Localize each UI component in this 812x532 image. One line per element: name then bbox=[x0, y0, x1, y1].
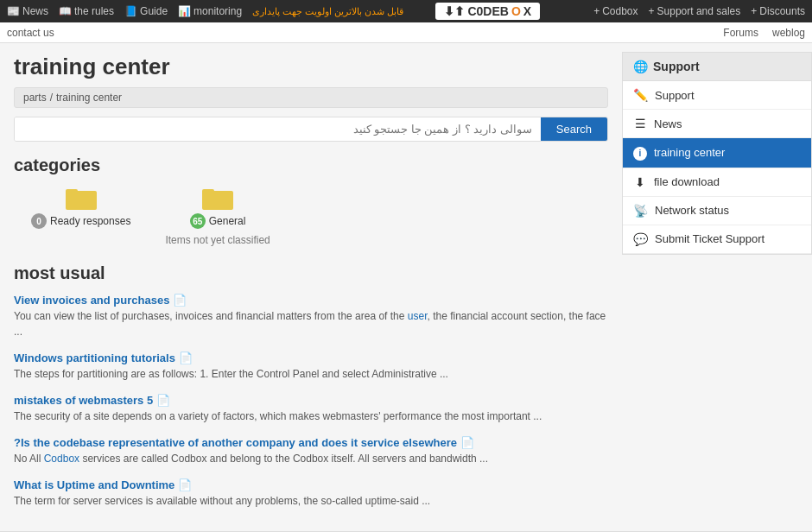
not-classified-text: Items not yet classified bbox=[165, 234, 270, 246]
nav-discounts[interactable]: + Discounts bbox=[751, 5, 805, 17]
search-input[interactable] bbox=[15, 117, 541, 141]
sidebar-item-submit-ticket[interactable]: 💬 Submit Ticket Support bbox=[623, 225, 811, 254]
search-button[interactable]: Search bbox=[541, 117, 607, 141]
nav-rules[interactable]: 📖 the rules bbox=[59, 5, 114, 17]
most-usual-title: most usual bbox=[14, 263, 608, 283]
sidebar-item-label-training: training center bbox=[654, 146, 725, 159]
rtl-promo-text: قابل شدن بالاترین اولویت جهت پایداری bbox=[252, 6, 403, 17]
sidebar-item-training-center[interactable]: i training center bbox=[623, 138, 811, 168]
right-nav-links: + Codbox + Support and sales + Discounts bbox=[593, 5, 805, 17]
sidebar-item-label-download: file download bbox=[654, 175, 720, 188]
categories-title: categories bbox=[14, 155, 608, 175]
main-content: training center parts / training center … bbox=[0, 43, 622, 531]
second-navigation: contact us Forums weblog bbox=[0, 22, 812, 43]
sidebar-item-file-download[interactable]: ⬇ file download bbox=[623, 168, 811, 197]
article-excerpt-3: No All Codbox services are called Codbox… bbox=[14, 451, 608, 466]
svg-rect-3 bbox=[202, 189, 214, 194]
article-item: Windows partitioning tutorials 📄 The ste… bbox=[14, 352, 608, 382]
category-ready-responses[interactable]: 0 Ready responses bbox=[31, 186, 130, 246]
nav-news[interactable]: 📰 News bbox=[7, 5, 48, 17]
breadcrumb-parts: parts bbox=[23, 92, 47, 104]
article-excerpt-1: The steps for partitioning are as follow… bbox=[14, 366, 608, 382]
sidebar-item-label-network: Network status bbox=[655, 204, 729, 217]
nav-support-sales[interactable]: + Support and sales bbox=[649, 5, 741, 17]
articles-list: View invoices and purchases 📄 You can vi… bbox=[14, 294, 608, 509]
article-title-3[interactable]: ?Is the codebase representative of anoth… bbox=[14, 436, 608, 449]
article-item: mistakes of webmasters 5 📄 The security … bbox=[14, 394, 608, 424]
article-title-0[interactable]: View invoices and purchases 📄 bbox=[14, 294, 608, 307]
nav-codbox[interactable]: + Codbox bbox=[593, 5, 638, 17]
category-general[interactable]: 65 General Items not yet classified bbox=[165, 186, 270, 246]
download-icon: ⬇ bbox=[633, 175, 647, 189]
folder-icon-general bbox=[202, 186, 233, 210]
article-excerpt-2: The security of a site depends on a vari… bbox=[14, 408, 608, 424]
globe-icon: 🌐 bbox=[633, 60, 648, 73]
categories-grid: 0 Ready responses 65 General Items not y… bbox=[14, 186, 608, 246]
list-icon: ☰ bbox=[633, 117, 647, 130]
weblog-link[interactable]: weblog bbox=[772, 27, 805, 39]
forums-link[interactable]: Forums bbox=[723, 27, 758, 39]
sidebar-item-label-news: News bbox=[654, 117, 682, 130]
article-title-4[interactable]: What is Uptime and Downtime 📄 bbox=[14, 478, 608, 491]
sidebar-item-news[interactable]: ☰ News bbox=[623, 110, 811, 138]
sidebar-item-network-status[interactable]: 📡 Network status bbox=[623, 197, 811, 225]
page-layout: training center parts / training center … bbox=[0, 43, 812, 531]
sidebar-header: 🌐 Support bbox=[623, 53, 811, 81]
sidebar-item-support[interactable]: ✏️ Support bbox=[623, 81, 811, 110]
category-badge-general: 65 General bbox=[190, 213, 246, 229]
article-excerpt-4: The term for server services is availabl… bbox=[14, 493, 608, 509]
article-title-2[interactable]: mistakes of webmasters 5 📄 bbox=[14, 394, 608, 407]
article-item: What is Uptime and Downtime 📄 The term f… bbox=[14, 478, 608, 509]
search-bar: Search bbox=[14, 117, 608, 142]
svg-rect-1 bbox=[66, 189, 78, 194]
sidebar-header-label: Support bbox=[653, 60, 700, 73]
sidebar: 🌐 Support ✏️ Support ☰ News i training c… bbox=[622, 43, 812, 531]
info-icon: i bbox=[633, 145, 647, 161]
category-badge-ready: 0 Ready responses bbox=[31, 213, 130, 229]
nav-monitoring[interactable]: 📊 monitoring bbox=[178, 5, 242, 17]
sidebar-section: 🌐 Support ✏️ Support ☰ News i training c… bbox=[622, 52, 812, 255]
top-navigation: 📰 News 📖 the rules 📘 Guide 📊 monitoring … bbox=[0, 0, 812, 22]
sidebar-item-label-support: Support bbox=[655, 89, 695, 102]
article-item: View invoices and purchases 📄 You can vi… bbox=[14, 294, 608, 339]
article-item: ?Is the codebase representative of anoth… bbox=[14, 436, 608, 466]
article-excerpt-0: You can view the list of purchases, invo… bbox=[14, 308, 608, 339]
article-title-1[interactable]: Windows partitioning tutorials 📄 bbox=[14, 352, 608, 364]
breadcrumb: parts / training center bbox=[14, 87, 608, 108]
breadcrumb-current: training center bbox=[56, 92, 122, 104]
nav-guide[interactable]: 📘 Guide bbox=[124, 5, 168, 17]
folder-icon-ready bbox=[66, 186, 97, 210]
ticket-icon: 💬 bbox=[633, 232, 648, 246]
contact-us-link[interactable]: contact us bbox=[7, 27, 54, 39]
pencil-icon: ✏️ bbox=[633, 88, 648, 102]
codebox-logo: ⬇⬆ C0DEBOX bbox=[435, 3, 540, 20]
network-icon: 📡 bbox=[633, 204, 648, 218]
sidebar-item-label-ticket: Submit Ticket Support bbox=[655, 232, 764, 245]
page-title: training center bbox=[14, 54, 608, 80]
